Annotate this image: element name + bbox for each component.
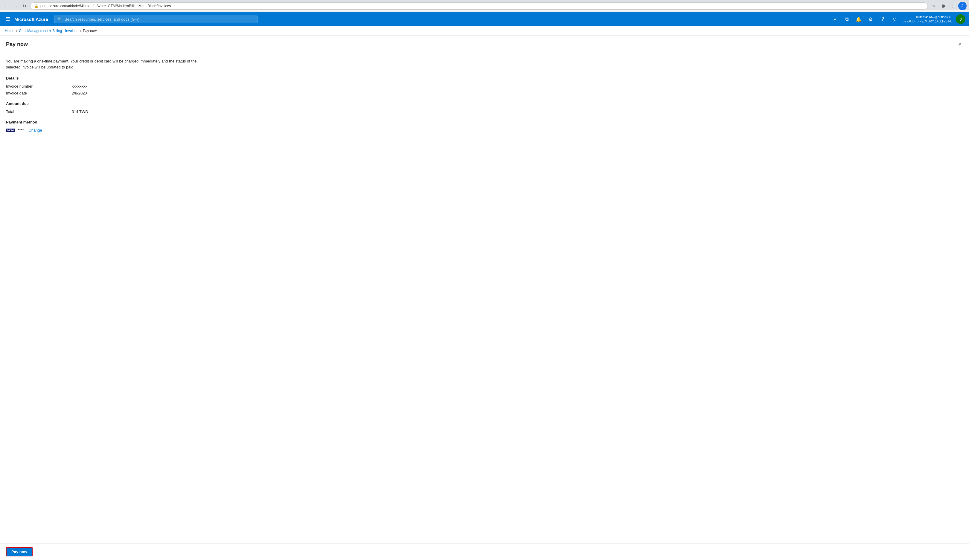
browser-menu-button[interactable]: ⋮ bbox=[949, 2, 957, 10]
forward-button[interactable]: → bbox=[12, 2, 20, 10]
description-text: You are making a one-time payment. Your … bbox=[6, 58, 197, 70]
url-text: portal.azure.com/#blade/Microsoft_Azure_… bbox=[40, 4, 171, 8]
address-bar[interactable]: 🔒 portal.azure.com/#blade/Microsoft_Azur… bbox=[30, 2, 928, 10]
invoice-number-row: Invoice number xxxxxxxx bbox=[6, 83, 963, 90]
browser-nav-buttons: ← → ↻ bbox=[2, 2, 29, 10]
search-icon: 🔍 bbox=[57, 17, 62, 22]
close-button[interactable]: ✕ bbox=[957, 40, 963, 48]
details-heading: Details bbox=[6, 76, 963, 80]
directory-button[interactable]: ⧉ bbox=[841, 14, 852, 25]
main-content: Pay now ✕ You are making a one-time paym… bbox=[0, 36, 969, 560]
panel-header: Pay now ✕ bbox=[6, 40, 963, 52]
refresh-button[interactable]: ↻ bbox=[20, 2, 29, 10]
payment-method-row: VISA **** Change bbox=[6, 127, 963, 134]
settings-button[interactable]: ⚙ bbox=[865, 14, 876, 25]
user-avatar[interactable]: J bbox=[956, 14, 966, 24]
total-label: Total bbox=[6, 110, 72, 114]
page-title: Pay now bbox=[6, 41, 28, 48]
extensions-button[interactable]: ⬣ bbox=[939, 2, 947, 10]
breadcrumb-current: Pay now bbox=[83, 29, 97, 33]
invoice-date-row: Invoice date 2/8/2020 bbox=[6, 90, 963, 96]
visa-logo: VISA bbox=[6, 128, 15, 132]
user-directory: DEFAULT DIRECTORY (BILLTEST4... bbox=[902, 20, 954, 23]
user-info: billtest456tw@outlook.c... DEFAULT DIREC… bbox=[902, 15, 954, 23]
breadcrumb-home[interactable]: Home bbox=[5, 29, 14, 33]
invoice-number-value: xxxxxxxx bbox=[72, 84, 87, 88]
card-mask: **** bbox=[18, 128, 23, 133]
help-button[interactable]: ? bbox=[877, 14, 888, 25]
panel-footer: Pay now bbox=[0, 543, 969, 560]
lock-icon: 🔒 bbox=[34, 4, 38, 8]
invoice-number-label: Invoice number bbox=[6, 84, 72, 88]
browser-actions: ☆ ⬣ ⋮ J bbox=[929, 2, 967, 10]
hamburger-menu-button[interactable]: ☰ bbox=[3, 15, 12, 23]
azure-logo: Microsoft Azure bbox=[14, 17, 48, 22]
invoice-date-label: Invoice date bbox=[6, 91, 72, 95]
page-panel: Pay now ✕ You are making a one-time paym… bbox=[0, 36, 969, 138]
search-input[interactable] bbox=[65, 17, 254, 22]
browser-chrome: ← → ↻ 🔒 portal.azure.com/#blade/Microsof… bbox=[0, 0, 969, 10]
change-payment-link[interactable]: Change bbox=[28, 128, 42, 133]
breadcrumb: Home › Cost Management + Billing - Invoi… bbox=[0, 26, 969, 36]
invoice-date-value: 2/8/2020 bbox=[72, 91, 87, 95]
breadcrumb-billing-invoices[interactable]: Cost Management + Billing - Invoices bbox=[19, 29, 78, 33]
cloud-shell-button[interactable]: » bbox=[829, 14, 840, 25]
chrome-user-avatar[interactable]: J bbox=[958, 2, 967, 10]
total-value: 314 TWD bbox=[72, 110, 88, 114]
amount-due-heading: Amount due bbox=[6, 101, 963, 106]
back-button[interactable]: ← bbox=[2, 2, 11, 10]
breadcrumb-sep-1: › bbox=[16, 29, 17, 33]
payment-method-heading: Payment method bbox=[6, 120, 963, 125]
feedback-button[interactable]: ☺ bbox=[889, 14, 900, 25]
total-row: Total 314 TWD bbox=[6, 108, 963, 115]
notifications-button[interactable]: 🔔 bbox=[853, 14, 864, 25]
breadcrumb-sep-2: › bbox=[80, 29, 81, 33]
user-email: billtest456tw@outlook.c... bbox=[916, 15, 954, 19]
star-button[interactable]: ☆ bbox=[929, 2, 938, 10]
pay-now-button[interactable]: Pay now bbox=[6, 547, 33, 557]
azure-nav: ☰ Microsoft Azure 🔍 » ⧉ 🔔 ⚙ ? ☺ billtest… bbox=[0, 12, 969, 26]
azure-nav-icons: » ⧉ 🔔 ⚙ ? ☺ billtest456tw@outlook.c... D… bbox=[829, 14, 966, 25]
azure-search-bar[interactable]: 🔍 bbox=[54, 15, 258, 23]
user-account-area[interactable]: billtest456tw@outlook.c... DEFAULT DIREC… bbox=[901, 14, 966, 24]
browser-toolbar: ← → ↻ 🔒 portal.azure.com/#blade/Microsof… bbox=[2, 2, 967, 10]
